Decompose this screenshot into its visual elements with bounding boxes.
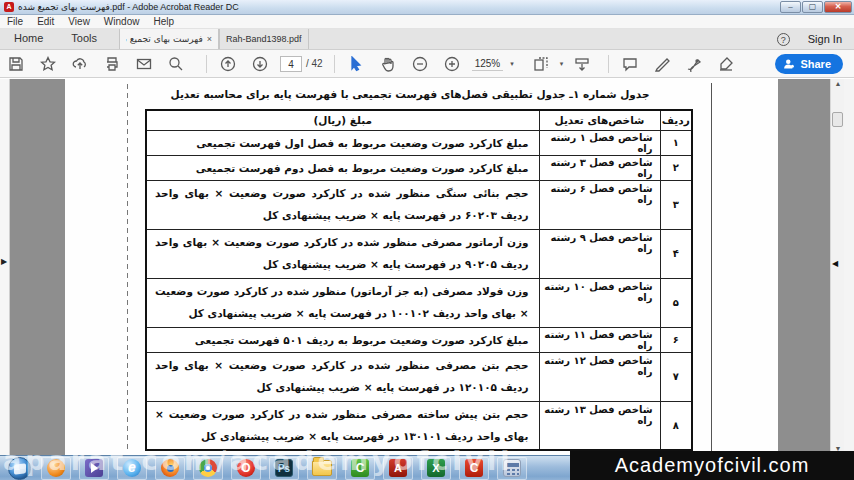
expand-left-panel-icon[interactable]: ▶ (1, 257, 7, 266)
cell-indicator: شاخص فصل ۳ رشته راه (539, 155, 660, 180)
cell-row-index: ۴ (660, 229, 692, 278)
menu-help[interactable]: Help (146, 16, 181, 27)
cloud-upload-icon[interactable] (72, 56, 88, 72)
close-tab-icon[interactable]: × (207, 34, 212, 44)
doc-tab-label: Rah-Band1398.pdf (226, 34, 302, 44)
star-icon[interactable] (40, 56, 56, 72)
tab-tools[interactable]: Tools (57, 29, 111, 49)
toolbar-divider (608, 55, 609, 73)
toolbar: 4 / 42 125% ▾ ▾ Share (0, 50, 854, 78)
watermark-text: aparat.com/academyofcivil (3, 445, 603, 476)
cell-amount: مبلغ کارکرد صورت وضعیت مربوط به ردیف ۵۰۱… (146, 327, 539, 352)
search-icon[interactable] (168, 56, 184, 72)
table-row: ۱شاخص فصل ۱ رشته راهمبلغ کارکرد صورت وضع… (146, 130, 692, 155)
table-row: ۴شاخص فصل ۹ رشته راهوزن آرماتور مصرفی من… (146, 229, 692, 278)
zoom-in-icon[interactable] (444, 56, 460, 72)
chevron-down-icon[interactable]: ▾ (510, 60, 514, 68)
cell-row-index: ۳ (660, 180, 692, 229)
menu-bar: File Edit View Window Help (0, 15, 854, 29)
pdf-table-title: جدول شماره ۱ـ جدول تطبیقی فصل‌های فهرست … (125, 88, 695, 100)
cell-indicator: شاخص فصل ۱ رشته راه (539, 130, 660, 155)
scroll-up-icon[interactable]: ▲ (831, 80, 845, 87)
email-icon[interactable] (136, 56, 152, 72)
cell-indicator: شاخص فصل ۶ رشته راه (539, 180, 660, 229)
menu-edit[interactable]: Edit (30, 16, 61, 27)
table-row: ۵شاخص فصل ۱۰ رشته راهوزن فولاد مصرفی (به… (146, 278, 692, 327)
fill-sign-icon[interactable] (718, 56, 734, 72)
doc-tab-label: فهرست بهای تجمیع شد... (126, 34, 203, 44)
table-row: ۷شاخص فصل ۱۲ رشته راهحجم بتن مصرفی منظور… (146, 352, 692, 401)
zoom-level-select[interactable]: 125% (472, 57, 504, 71)
col-header-amount: مبلغ (ریال) (146, 110, 539, 130)
page-number-input[interactable]: 4 (280, 56, 302, 72)
adjustment-table: ردیف شاخص‌های تعدیل مبلغ (ریال) ۱شاخص فص… (145, 109, 693, 451)
cell-indicator: شاخص فصل ۹ رشته راه (539, 229, 660, 278)
cell-amount: وزن آرماتور مصرفی منظور شده در کارکرد صو… (146, 229, 539, 278)
adobe-reader-icon: A (4, 2, 14, 12)
tab-home[interactable]: Home (0, 29, 57, 49)
menu-file[interactable]: File (0, 16, 30, 27)
page-display-icon[interactable] (533, 56, 549, 72)
cell-indicator: شاخص فصل ۱۲ رشته راه (539, 352, 660, 401)
cell-row-index: ۱ (660, 130, 692, 155)
help-icon[interactable]: ? (777, 33, 790, 46)
sign-in-button[interactable]: Sign In (808, 33, 842, 45)
cell-row-index: ۶ (660, 327, 692, 352)
menu-view[interactable]: View (61, 16, 97, 27)
doc-tab-active[interactable]: فهرست بهای تجمیع شد... × (119, 29, 219, 49)
cell-amount: حجم بتن مصرفی منظور شده در کارکرد صورت و… (146, 352, 539, 401)
toolbar-divider (206, 55, 207, 73)
tools-pane-strip[interactable] (844, 79, 854, 455)
share-person-icon (783, 58, 795, 70)
table-row: ۶شاخص فصل ۱۱ رشته راهمبلغ کارکرد صورت وض… (146, 327, 692, 352)
scrollbar-thumb[interactable] (832, 112, 843, 127)
save-icon[interactable] (8, 56, 24, 72)
comment-icon[interactable] (622, 56, 638, 72)
cell-row-index: ۲ (660, 155, 692, 180)
cell-indicator: شاخص فصل ۱۰ رشته راه (539, 278, 660, 327)
share-button[interactable]: Share (775, 54, 843, 74)
cell-indicator: شاخص فصل ۱۱ رشته راه (539, 327, 660, 352)
table-header-row: ردیف شاخص‌های تعدیل مبلغ (ریال) (146, 110, 692, 130)
nav-pane-strip[interactable]: ▶ (0, 79, 10, 455)
col-header-indicator: شاخص‌های تعدیل (539, 110, 660, 130)
col-header-row-number: ردیف (660, 110, 692, 130)
scan-artifact-line (711, 83, 712, 451)
cell-amount: وزن فولاد مصرفی (به جز آرماتور) منظور شد… (146, 278, 539, 327)
menu-window[interactable]: Window (97, 16, 147, 27)
cell-indicator: شاخص فصل ۱۳ رشته راه (539, 401, 660, 450)
table-row: ۸شاخص فصل ۱۳ رشته راهحجم بتن پیش ساخته م… (146, 401, 692, 450)
cell-amount: حجم بنائی سنگی منظور شده در کارکرد صورت … (146, 180, 539, 229)
next-page-icon[interactable] (252, 56, 268, 72)
window-title: فهرست بهای تجمیع شده.pdf - Adobe Acrobat… (18, 2, 239, 12)
fit-width-icon[interactable] (574, 56, 590, 72)
doc-tab-inactive[interactable]: Rah-Band1398.pdf (219, 29, 309, 49)
highlight-icon[interactable] (654, 56, 670, 72)
cell-row-index: ۸ (660, 401, 692, 450)
chevron-down-icon[interactable]: ▾ (560, 60, 564, 68)
sign-pen-icon[interactable] (686, 56, 702, 72)
close-button[interactable]: ✕ (824, 1, 852, 13)
cell-row-index: ۷ (660, 352, 692, 401)
title-bar[interactable]: A فهرست بهای تجمیع شده.pdf - Adobe Acrob… (0, 0, 854, 15)
adjustment-table-body: ۱شاخص فصل ۱ رشته راهمبلغ کارکرد صورت وضع… (146, 130, 692, 450)
print-icon[interactable] (104, 56, 120, 72)
zoom-out-icon[interactable] (412, 56, 428, 72)
page-total-label: / 42 (306, 58, 323, 69)
minimize-button[interactable]: – (780, 1, 801, 13)
table-row: ۳شاخص فصل ۶ رشته راهحجم بنائی سنگی منظور… (146, 180, 692, 229)
document-viewport[interactable]: ▶ جدول شماره ۱ـ جدول تطبیقی فصل‌های فهرس… (0, 79, 854, 455)
select-tool-icon[interactable] (348, 56, 364, 72)
restore-button[interactable]: ▢ (802, 1, 823, 13)
cell-amount: مبلغ کارکرد صورت وضعیت مربوط به فصل دوم … (146, 155, 539, 180)
hand-tool-icon[interactable] (380, 56, 396, 72)
acrobat-reader-window: A فهرست بهای تجمیع شده.pdf - Adobe Acrob… (0, 0, 854, 480)
table-row: ۲شاخص فصل ۳ رشته راهمبلغ کارکرد صورت وضع… (146, 155, 692, 180)
cell-amount: مبلغ کارکرد صورت وضعیت مربوط به فصل اول … (146, 130, 539, 155)
toolbar-divider (334, 55, 335, 73)
previous-page-icon[interactable] (220, 56, 236, 72)
tab-bar: Home Tools فهرست بهای تجمیع شد... × Rah-… (0, 29, 854, 50)
collapse-right-panel-icon[interactable]: ◀ (832, 259, 838, 268)
cell-row-index: ۵ (660, 278, 692, 327)
brand-watermark-box: Academyofcivil.com (570, 451, 854, 480)
